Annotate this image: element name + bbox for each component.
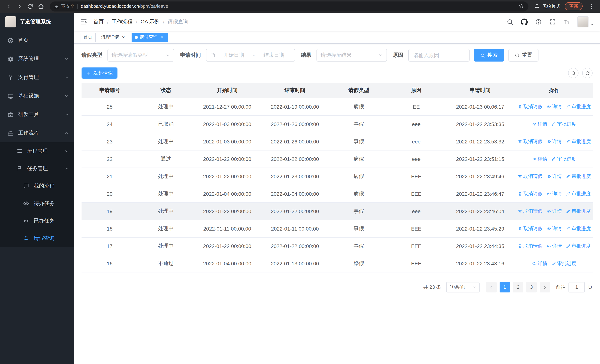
cell-leave-type: 病假 <box>329 150 388 168</box>
search-button[interactable]: 搜索 <box>474 49 504 62</box>
cell-apply-id: 24 <box>82 115 138 133</box>
sidebar-item-leave-query[interactable]: 请假查询 <box>0 229 74 247</box>
approval-progress-link[interactable]: 审批进度 <box>552 121 576 127</box>
sidebar-item-task-management[interactable]: 任务管理 <box>0 160 74 177</box>
browser-home-button[interactable] <box>36 1 46 11</box>
star-icon <box>518 3 524 9</box>
result-select[interactable]: 请选择流结果 <box>317 49 387 62</box>
cancel-leave-link[interactable]: 取消请假 <box>518 208 543 215</box>
sidebar-item-home[interactable]: 首页 <box>0 31 74 50</box>
approval-progress-link[interactable]: 审批进度 <box>566 243 591 249</box>
prev-page-button[interactable] <box>486 282 497 292</box>
cancel-leave-link[interactable]: 取消请假 <box>518 190 543 197</box>
eye-icon <box>547 104 551 109</box>
breadcrumb-item-current: 请假查询 <box>168 19 188 25</box>
detail-link[interactable]: 详情 <box>532 260 547 267</box>
page-number-3[interactable]: 3 <box>526 282 537 292</box>
reason-input[interactable] <box>408 49 469 62</box>
tab-process-detail[interactable]: 流程详情 × <box>98 32 129 42</box>
github-icon[interactable] <box>521 18 528 25</box>
create-leave-button[interactable]: 发起请假 <box>82 67 117 79</box>
breadcrumb-item-home[interactable]: 首页 <box>94 19 104 25</box>
breadcrumb-item-oa-example[interactable]: OA 示例 <box>141 19 160 25</box>
toggle-search-button[interactable] <box>568 68 579 78</box>
detail-link[interactable]: 详情 <box>532 156 547 162</box>
search-icon <box>480 53 485 58</box>
tab-leave-query[interactable]: 请假查询 × <box>131 32 168 42</box>
browser-back-button[interactable] <box>4 1 14 11</box>
sidebar-item-todo-tasks[interactable]: 待办任务 <box>0 195 74 212</box>
sidebar-item-done-tasks[interactable]: 已办任务 <box>0 212 74 229</box>
page-size-select[interactable]: 10条/页 <box>446 282 479 292</box>
approval-progress-link[interactable]: 审批进度 <box>552 156 576 162</box>
cancel-leave-link[interactable]: 取消请假 <box>518 243 543 249</box>
cancel-leave-link[interactable]: 取消请假 <box>518 173 543 180</box>
address-bar[interactable]: 不安全 dashboard.yudao.iocoder.cn/bpm/oa/le… <box>50 1 528 11</box>
detail-link[interactable]: 详情 <box>547 190 562 197</box>
cell-leave-type: 婚假 <box>329 255 388 272</box>
detail-link[interactable]: 详情 <box>532 121 547 127</box>
app-logo[interactable]: 芋道管理系统 <box>0 13 74 31</box>
close-icon[interactable]: × <box>121 35 126 40</box>
search-icon[interactable] <box>506 19 513 25</box>
font-size-icon[interactable] <box>563 19 570 25</box>
search-icon <box>571 71 576 75</box>
help-icon[interactable] <box>535 19 542 25</box>
sidebar-item-devtools[interactable]: 研发工具 <box>0 105 74 124</box>
close-icon[interactable]: × <box>159 35 165 40</box>
apply-time-range-picker[interactable]: 开始日期 - 结束日期 <box>206 49 295 62</box>
leave-type-select[interactable]: 请选择请假类型 <box>107 49 174 62</box>
bowtie-icon <box>23 218 29 224</box>
cell-leave-type: 病假 <box>329 168 388 185</box>
sidebar-collapse-icon[interactable] <box>80 18 87 26</box>
sidebar-item-workflow[interactable]: 工作流程 <box>0 124 74 142</box>
plus-icon <box>86 71 91 75</box>
cell-start-time: 2022-01-11 00:00:00 <box>194 220 261 237</box>
browser-forward-button[interactable] <box>14 1 24 11</box>
trash-icon <box>518 244 522 248</box>
goto-page-input[interactable] <box>569 282 585 292</box>
detail-link[interactable]: 详情 <box>547 225 562 232</box>
user-avatar[interactable] <box>577 16 594 28</box>
detail-link[interactable]: 详情 <box>547 138 562 145</box>
sidebar-item-payment[interactable]: 支付管理 <box>0 68 74 87</box>
page-number-1[interactable]: 1 <box>500 282 510 292</box>
approval-progress-link[interactable]: 审批进度 <box>566 208 591 215</box>
next-page-button[interactable] <box>540 282 550 292</box>
browser-menu-button[interactable] <box>586 1 596 11</box>
chevron-right-icon <box>543 285 547 289</box>
chevron-down-icon <box>378 53 383 57</box>
cancel-leave-link[interactable]: 取消请假 <box>518 103 543 110</box>
page-number-2[interactable]: 2 <box>513 282 523 292</box>
detail-link[interactable]: 详情 <box>547 243 562 249</box>
detail-link[interactable]: 详情 <box>547 103 562 110</box>
approval-progress-link[interactable]: 审批进度 <box>566 225 591 232</box>
security-status[interactable]: 不安全 <box>54 3 75 9</box>
refresh-table-button[interactable] <box>582 68 593 78</box>
approval-progress-link[interactable]: 审批进度 <box>552 260 576 267</box>
approval-progress-link[interactable]: 审批进度 <box>566 138 591 145</box>
end-date-placeholder[interactable]: 结束日期 <box>257 52 291 59</box>
reset-button[interactable]: 重置 <box>508 49 538 62</box>
cancel-leave-link[interactable]: 取消请假 <box>518 138 543 145</box>
browser-update-button[interactable]: 更新 <box>565 2 582 10</box>
detail-link[interactable]: 详情 <box>547 173 562 180</box>
browser-reload-button[interactable] <box>25 1 35 11</box>
approval-progress-link[interactable]: 审批进度 <box>566 190 591 197</box>
fullscreen-icon[interactable] <box>549 19 556 25</box>
approval-progress-link[interactable]: 审批进度 <box>566 103 591 110</box>
cancel-leave-link[interactable]: 取消请假 <box>518 225 543 232</box>
sidebar-item-process-management[interactable]: 流程管理 <box>0 142 74 160</box>
start-date-placeholder[interactable]: 开始日期 <box>217 52 251 59</box>
breadcrumb-item-workflow[interactable]: 工作流程 <box>112 19 132 25</box>
table-row: 18 处理中 2022-01-11 00:00:00 2022-01-11 00… <box>82 220 593 237</box>
approval-progress-link[interactable]: 审批进度 <box>566 173 591 180</box>
bookmark-star-button[interactable] <box>518 3 524 10</box>
sidebar-item-infrastructure[interactable]: 基础设施 <box>0 87 74 105</box>
cell-reason: EE <box>388 98 444 115</box>
tab-home[interactable]: 首页 <box>80 32 96 42</box>
sidebar-item-system[interactable]: 系统管理 <box>0 50 74 68</box>
sidebar-item-my-process[interactable]: 我的流程 <box>0 177 74 195</box>
active-tab-dot <box>135 36 138 39</box>
detail-link[interactable]: 详情 <box>547 208 562 215</box>
